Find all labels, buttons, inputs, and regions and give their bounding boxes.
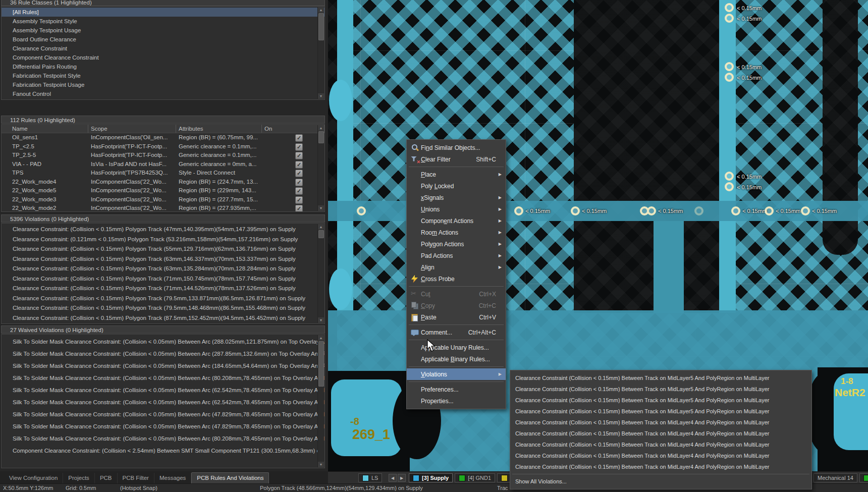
via-ring[interactable] (725, 73, 734, 82)
via-ring[interactable] (514, 206, 523, 215)
context-menu-item[interactable]: Poly Locked (407, 180, 506, 192)
via-ring[interactable] (647, 206, 656, 215)
violation-menu-item[interactable]: Clearance Constraint (Collision < 0.15mm… (510, 439, 811, 450)
rule-class-item[interactable]: Fabrication Testpoint Usage (2, 80, 324, 89)
scroll-down-icon[interactable]: ▼ (318, 462, 324, 467)
rule-class-item[interactable]: Component Clearance Constraint (2, 53, 324, 62)
waived-violation-item[interactable]: Silk To Solder Mask Clearance Constraint… (2, 360, 324, 372)
context-menu-item[interactable]: Copy Ctrl+C (407, 300, 506, 311)
rule-row[interactable]: TP_2.5-5 HasFootprint('TP-ICT-Footp... G… (2, 151, 324, 160)
rule-class-item[interactable]: [All Rules] (2, 8, 324, 17)
panel-tab[interactable]: Messages (154, 473, 191, 483)
via-ring[interactable] (725, 62, 734, 71)
scroll-up-icon[interactable]: ▲ (318, 125, 324, 131)
context-menu-item[interactable]: Properties... (407, 395, 506, 407)
waived-scrollbar[interactable]: ▲ ▼ (317, 335, 324, 467)
rule-on-checkbox[interactable]: ✓ (295, 179, 303, 186)
violation-item[interactable]: Clearance Constraint: (Collision < 0.15m… (2, 225, 324, 235)
context-menu-item[interactable]: Polygon Actions ▶ (407, 238, 506, 250)
via-ring[interactable] (801, 206, 810, 215)
layer-next-button[interactable]: ▶ (398, 474, 406, 482)
scrollbar-thumb[interactable] (318, 230, 324, 238)
layer-tab[interactable]: M (859, 473, 868, 482)
rule-class-item[interactable]: Fanout Control (2, 89, 324, 98)
via-ring[interactable] (765, 206, 774, 215)
context-menu-item[interactable] (407, 365, 506, 368)
context-menu-item[interactable]: Applicable Binary Rules... (407, 353, 506, 365)
violation-item[interactable]: Clearance Constraint: (Collision < 0.15m… (2, 264, 324, 274)
column-on[interactable]: On (262, 125, 324, 133)
context-menu-item[interactable]: Applicable Unary Rules... (407, 342, 506, 353)
column-attributes[interactable]: Attributes (176, 125, 262, 133)
rule-classes-scrollbar[interactable]: ▲ ▼ (317, 7, 324, 99)
rule-class-item[interactable]: Assembly Testpoint Style (2, 17, 324, 26)
violation-menu-item[interactable]: Clearance Constraint (Collision < 0.15mm… (510, 428, 811, 439)
rule-on-checkbox[interactable]: ✓ (295, 205, 303, 212)
column-scope[interactable]: Scope (88, 125, 176, 133)
violation-item[interactable]: Clearance Constraint: (Collision < 0.15m… (2, 284, 324, 294)
scroll-down-icon[interactable]: ▼ (318, 317, 324, 323)
layer-tab[interactable]: Mechanical 14 (813, 473, 857, 482)
context-menu-item[interactable]: Paste Ctrl+V (407, 311, 506, 323)
rule-on-checkbox[interactable]: ✓ (295, 152, 303, 159)
layer-tab[interactable]: [4] GND1 (455, 473, 495, 482)
layer-prev-button[interactable]: ◀ (389, 474, 397, 482)
rule-row[interactable]: 22_Work_mode3 InComponentClass('22_Wo...… (2, 195, 324, 204)
rule-row[interactable]: 22_Work_mode2 InComponentClass('22_Wo...… (2, 204, 324, 212)
rule-class-item[interactable]: Board Outline Clearance (2, 35, 324, 44)
violation-item[interactable]: Clearance Constraint: (0.121mm < 0.15mm)… (2, 235, 324, 245)
context-menu-item[interactable]: Preferences... (407, 384, 506, 395)
violation-menu-item[interactable]: Clearance Constraint (Collision < 0.15mm… (510, 395, 811, 406)
context-menu-item[interactable]: Pad Actions ▶ (407, 250, 506, 261)
violation-menu-item[interactable]: Clearance Constraint (Collision < 0.15mm… (510, 372, 811, 384)
component-pad[interactable] (331, 379, 402, 456)
rule-on-checkbox[interactable]: ✓ (295, 161, 303, 169)
context-menu-item[interactable]: Room Actions ▶ (407, 227, 506, 238)
context-menu-item[interactable]: Component Actions ▶ (407, 215, 506, 227)
context-menu-item[interactable]: Align ▶ (407, 261, 506, 273)
scroll-up-icon[interactable]: ▲ (318, 7, 324, 13)
waived-violation-item[interactable]: Silk To Solder Mask Clearance Constraint… (2, 372, 324, 384)
scroll-up-icon[interactable]: ▲ (318, 224, 324, 230)
scroll-up-icon[interactable]: ▲ (318, 335, 324, 341)
rules-scrollbar[interactable]: ▲ ▼ (317, 125, 324, 211)
rule-class-item[interactable]: Fabrication Testpoint Style (2, 71, 324, 80)
via-ring[interactable] (725, 182, 734, 191)
scrollbar-thumb[interactable] (318, 13, 324, 40)
via-ring[interactable] (694, 206, 703, 215)
waived-violation-item[interactable]: Silk To Solder Mask Clearance Constraint… (2, 408, 324, 420)
waived-violation-item[interactable]: Component Clearance Constraint: (Collisi… (2, 445, 324, 457)
via-ring[interactable] (571, 206, 580, 215)
rule-class-item[interactable]: Clearance Constraint (2, 44, 324, 53)
context-menu-item[interactable]: Violations ▶ (407, 368, 506, 380)
panel-tab[interactable]: PCB Rules And Violations (191, 472, 269, 483)
rule-on-checkbox[interactable]: ✓ (295, 170, 303, 177)
context-menu-item[interactable]: Cross Probe (407, 273, 506, 285)
via-ring[interactable] (725, 172, 734, 181)
context-menu-item[interactable]: Place ▶ (407, 169, 506, 180)
waived-violation-item[interactable]: Silk To Solder Mask Clearance Constraint… (2, 336, 324, 348)
panel-tab[interactable]: Projects (63, 473, 95, 483)
context-menu-item[interactable]: Clear Filter Shift+C (407, 153, 506, 165)
via-ring[interactable] (731, 206, 740, 215)
waived-violation-item[interactable]: Silk To Solder Mask Clearance Constraint… (2, 396, 324, 408)
violation-menu-item[interactable]: Clearance Constraint (Collision < 0.15mm… (510, 406, 811, 417)
waived-violation-item[interactable]: Silk To Solder Mask Clearance Constraint… (2, 384, 324, 396)
violation-menu-item[interactable]: Clearance Constraint (Collision < 0.15mm… (510, 461, 811, 472)
via-ring[interactable] (357, 206, 366, 215)
show-all-violations-item[interactable]: Show All Violations... (510, 476, 811, 487)
violation-item[interactable]: Clearance Constraint: (Collision < 0.15m… (2, 313, 324, 323)
rule-row[interactable]: TP_<2.5 HasFootprint('TP-ICT-Footp... Ge… (2, 142, 324, 151)
violation-item[interactable]: Clearance Constraint: (Collision < 0.15m… (2, 254, 324, 264)
context-menu-item[interactable] (407, 338, 506, 342)
rule-on-checkbox[interactable]: ✓ (295, 134, 303, 142)
via-ring[interactable] (725, 3, 734, 12)
context-menu-item[interactable] (407, 165, 506, 169)
rule-class-item[interactable]: Differential Pairs Routing (2, 62, 324, 71)
rule-row[interactable]: TPS HasFootprint('TPS7B4253Q... Style - … (2, 169, 324, 178)
rule-row[interactable]: 22_Work_mode5 InComponentClass('22_Wo...… (2, 186, 324, 195)
scroll-down-icon[interactable]: ▼ (318, 93, 324, 99)
context-menu-item[interactable]: Unions ▶ (407, 203, 506, 215)
context-menu-item[interactable]: Comment... Ctrl+Alt+C (407, 326, 506, 338)
layer-tab[interactable]: [3] Supply (409, 473, 453, 482)
